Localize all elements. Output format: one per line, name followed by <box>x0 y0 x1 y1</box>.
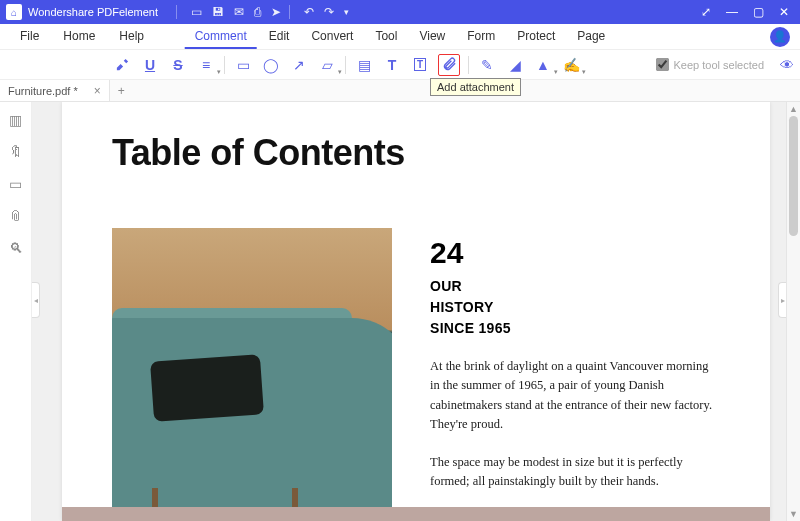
body-paragraph: At the brink of daylight on a quaint Van… <box>430 357 720 435</box>
shapes-tool-icon[interactable]: ▱ <box>317 55 337 75</box>
undo-redo-group: ↶ ↷ ▾ <box>304 5 349 19</box>
document-tab-label: Furniture.pdf * <box>8 85 78 97</box>
keep-tool-label: Keep tool selected <box>673 59 764 71</box>
keep-tool-selected[interactable]: Keep tool selected <box>656 58 764 71</box>
arrow-tool-icon[interactable]: ↗ <box>289 55 309 75</box>
title-bar: ⌂ Wondershare PDFelement ▭ 💾︎ ✉ ⎙ ➤ ↶ ↷ … <box>0 0 800 24</box>
close-tab-icon[interactable]: × <box>94 84 101 98</box>
comment-toolbar: U S ≡ ▭ ◯ ↗ ▱ ▤ T T ✎ ◢ ▲ ✍ Keep tool se… <box>0 50 800 80</box>
window-controls: ⤢ ― ▢ ✕ <box>696 5 794 19</box>
strikethrough-tool-icon[interactable]: S <box>168 55 188 75</box>
menu-view[interactable]: View <box>409 25 455 49</box>
menu-bar: File Home Help Comment Edit Convert Tool… <box>0 24 800 50</box>
menu-protect[interactable]: Protect <box>507 25 565 49</box>
undo-icon[interactable]: ↶ <box>304 5 314 19</box>
body-paragraph: The space may be modest in size but it i… <box>430 453 720 492</box>
subtitle-line: OUR <box>430 278 462 294</box>
window-expand-icon[interactable]: ⤢ <box>696 5 716 19</box>
menu-comment[interactable]: Comment <box>185 25 257 49</box>
thumbnails-icon[interactable]: ▥ <box>9 112 22 128</box>
page-footer-strip <box>62 507 770 521</box>
subtitle-line: HISTORY <box>430 299 494 315</box>
menu-home[interactable]: Home <box>53 25 105 49</box>
rectangle-tool-icon[interactable]: ▭ <box>233 55 253 75</box>
menu-help[interactable]: Help <box>109 25 154 49</box>
document-tab-bar: Furniture.pdf * × + <box>0 80 800 102</box>
menu-convert[interactable]: Convert <box>301 25 363 49</box>
redo-icon[interactable]: ↷ <box>324 5 334 19</box>
print-icon[interactable]: ⎙ <box>254 5 261 19</box>
user-avatar-icon[interactable]: 👤 <box>770 27 790 47</box>
qat-dropdown-icon[interactable]: ▾ <box>344 7 349 17</box>
hide-annotations-icon[interactable]: 👁 <box>780 57 794 73</box>
signature-tool-icon[interactable]: ✍ <box>561 55 581 75</box>
quick-access-toolbar: ▭ 💾︎ ✉ ⎙ ➤ <box>191 5 281 19</box>
menu-page[interactable]: Page <box>567 25 615 49</box>
keep-tool-checkbox[interactable] <box>656 58 669 71</box>
typewriter-tool-icon[interactable]: T <box>382 55 402 75</box>
menu-form[interactable]: Form <box>457 25 505 49</box>
save-icon[interactable]: 💾︎ <box>212 5 224 19</box>
vertical-scrollbar[interactable]: ▲ ▼ <box>786 102 800 521</box>
scrollbar-thumb[interactable] <box>789 116 798 236</box>
close-window-icon[interactable]: ✕ <box>774 5 794 19</box>
app-title: Wondershare PDFelement <box>28 6 158 18</box>
document-tab[interactable]: Furniture.pdf * × <box>0 80 110 101</box>
next-page-handle[interactable]: ▸ <box>778 282 786 318</box>
highlight-tool-icon[interactable] <box>112 55 132 75</box>
open-icon[interactable]: ▭ <box>191 5 202 19</box>
list-tool-icon[interactable]: ≡ <box>196 55 216 75</box>
separator <box>468 56 469 74</box>
page-title: Table of Contents <box>112 132 720 174</box>
eraser-tool-icon[interactable]: ◢ <box>505 55 525 75</box>
maximize-icon[interactable]: ▢ <box>748 5 768 19</box>
textbox-tool-icon[interactable]: T <box>410 55 430 75</box>
separator <box>345 56 346 74</box>
note-tool-icon[interactable]: ▤ <box>354 55 374 75</box>
attachments-panel-icon[interactable]: 📎︎ <box>9 208 23 224</box>
share-icon[interactable]: ➤ <box>271 5 281 19</box>
minimize-icon[interactable]: ― <box>722 5 742 19</box>
add-attachment-tool-icon[interactable] <box>438 54 460 76</box>
subtitle-line: SINCE 1965 <box>430 320 511 336</box>
pencil-tool-icon[interactable]: ✎ <box>477 55 497 75</box>
mail-icon[interactable]: ✉ <box>234 5 244 19</box>
scroll-up-icon[interactable]: ▲ <box>787 104 800 114</box>
content-text-column: 24 OUR HISTORY SINCE 1965 At the brink o… <box>430 228 720 518</box>
oval-tool-icon[interactable]: ◯ <box>261 55 281 75</box>
document-canvas[interactable]: ◂ ▸ Table of Contents 24 OUR HISTORY SI <box>32 102 800 521</box>
separator <box>224 56 225 74</box>
menu-file[interactable]: File <box>10 25 49 49</box>
app-logo-icon: ⌂ <box>6 4 22 20</box>
comments-panel-icon[interactable]: ▭ <box>9 176 22 192</box>
prev-page-handle[interactable]: ◂ <box>32 282 40 318</box>
menu-tool[interactable]: Tool <box>365 25 407 49</box>
add-tab-icon[interactable]: + <box>110 84 133 98</box>
pdf-page: Table of Contents 24 OUR HISTORY SINCE 1… <box>62 102 770 521</box>
underline-tool-icon[interactable]: U <box>140 55 160 75</box>
page-number: 24 <box>430 236 720 270</box>
scroll-down-icon[interactable]: ▼ <box>787 509 800 519</box>
separator <box>289 5 290 19</box>
bookmarks-icon[interactable]: 🔖︎ <box>9 144 23 160</box>
section-subtitle: OUR HISTORY SINCE 1965 <box>430 276 720 339</box>
content-image <box>112 228 392 518</box>
main-area: ▥ 🔖︎ ▭ 📎︎ 🔍︎ ◂ ▸ Table of Contents 24 <box>0 102 800 521</box>
left-sidebar: ▥ 🔖︎ ▭ 📎︎ 🔍︎ <box>0 102 32 521</box>
search-panel-icon[interactable]: 🔍︎ <box>9 240 23 256</box>
separator <box>176 5 177 19</box>
menu-edit[interactable]: Edit <box>259 25 300 49</box>
tooltip: Add attachment <box>430 78 521 96</box>
stamp-tool-icon[interactable]: ▲ <box>533 55 553 75</box>
